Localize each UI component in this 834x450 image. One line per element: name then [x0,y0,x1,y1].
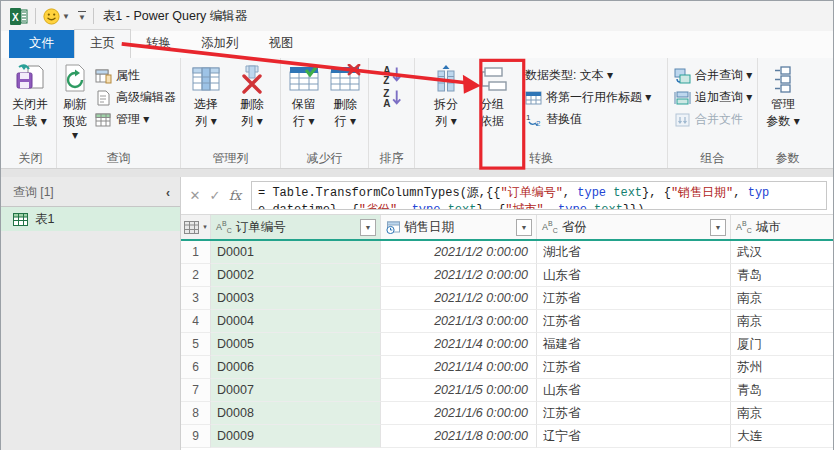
table-cell[interactable]: D0002 [211,264,381,287]
sidebar-item-query[interactable]: 表1 [1,207,180,231]
table-cell[interactable]: D0001 [211,241,381,264]
collapse-pane-chevron[interactable]: ‹ [166,186,170,200]
formula-input[interactable]: = Table.TransformColumnTypes(源,{{"订单编号",… [251,181,827,210]
query-name: 表1 [35,211,54,228]
table-corner-button[interactable]: ▾ [181,215,211,239]
manage-parameters-button[interactable]: 管理 参数 ▾ [760,61,806,128]
table-cell[interactable]: 2021/1/2 0:00:00 [381,264,537,287]
row-number[interactable]: 3 [181,287,211,310]
table-cell[interactable]: 江苏省 [537,310,731,333]
row-number[interactable]: 4 [181,310,211,333]
formula-segment: e datetime}, { [258,203,359,210]
tab-file[interactable]: 文件 [9,30,74,58]
formula-segment: "订单编号" [500,186,562,200]
filter-dropdown-button[interactable]: ▼ [360,219,376,236]
replace-values-button[interactable]: 1 2 替换值 [521,109,655,130]
table-cell[interactable]: 2021/1/6 0:00:00 [381,402,537,425]
table-cell[interactable]: 山东省 [537,379,731,402]
filter-dropdown-button[interactable]: ▼ [516,219,532,236]
row-number[interactable]: 8 [181,402,211,425]
ribbon-group-combine: 合并查询 ▾ 追加查询 ▾ 合并文件 [668,58,758,168]
use-first-row-as-headers-button[interactable]: 将第一行用作标题 ▾ [521,87,655,108]
close-and-load-button[interactable]: 关闭并 上载 ▾ [7,61,53,128]
table-cell[interactable]: 南京 [731,287,833,310]
row-number[interactable]: 9 [181,425,211,448]
tab-view[interactable]: 视图 [254,30,309,58]
sort-ascending-button[interactable]: A Z [382,65,402,84]
table-cell[interactable]: 大连 [731,425,833,448]
table-cell[interactable]: 青岛 [731,379,833,402]
keep-rows-button[interactable]: 保留 行 ▾ [283,61,325,128]
properties-button[interactable]: 属性 [91,65,180,86]
column-header-city[interactable]: ABC 城市 [731,215,833,239]
table-cell[interactable]: 2021/1/8 0:00:00 [381,425,537,448]
filter-dropdown-button[interactable]: ▼ [710,219,726,236]
advanced-editor-button[interactable]: 高级编辑器 [91,87,180,108]
smiley-dropdown-caret[interactable]: ▼ [62,12,70,21]
smiley-feedback-icon[interactable] [43,8,60,25]
table-cell[interactable]: 2021/1/2 0:00:00 [381,241,537,264]
table-cell[interactable]: 2021/1/5 0:00:00 [381,379,537,402]
refresh-preview-button[interactable]: 刷新 预览 ▾ [59,61,91,142]
datetime-type-icon [386,221,400,234]
formula-segment: , [733,186,747,200]
table-cell[interactable]: D0005 [211,333,381,356]
table-cell[interactable]: 湖北省 [537,241,731,264]
column-header-sale-date[interactable]: 销售日期 ▼ [381,215,537,239]
table-cell[interactable]: 厦门 [731,333,833,356]
table-cell[interactable]: 南京 [731,310,833,333]
table-cell[interactable]: D0006 [211,356,381,379]
first-row-header-icon [525,90,542,106]
table-cell[interactable]: 南京 [731,402,833,425]
row-number[interactable]: 5 [181,333,211,356]
table-cell[interactable]: 江苏省 [537,402,731,425]
merge-queries-button[interactable]: 合并查询 ▾ [670,65,756,86]
data-type-button[interactable]: 数据类型: 文本 ▾ [521,65,655,86]
table-cell[interactable]: 武汉 [731,241,833,264]
ribbon: 关闭并 上载 ▾ 关闭 刷新 预览 ▾ [1,58,833,169]
table-cell[interactable]: 青岛 [731,264,833,287]
cancel-formula-button[interactable]: ✕ [185,188,205,203]
group-by-button[interactable]: 分组 依据 [469,61,515,128]
column-header-order-id[interactable]: ABC 订单编号 ▼ [211,215,381,239]
table-cell[interactable]: 江苏省 [537,287,731,310]
table-cell[interactable]: D0009 [211,425,381,448]
formula-segment: text [613,186,642,200]
sort-descending-button[interactable]: Z A [382,88,402,107]
combine-files-icon [674,112,691,128]
table-cell[interactable]: 2021/1/4 0:00:00 [381,356,537,379]
row-number[interactable]: 1 [181,241,211,264]
tab-transform[interactable]: 转换 [131,30,186,58]
table-cell[interactable]: 苏州 [731,356,833,379]
table-cell[interactable]: 2021/1/3 0:00:00 [381,310,537,333]
merge-queries-icon [674,68,691,84]
table-cell[interactable]: 2021/1/2 0:00:00 [381,287,537,310]
table-cell[interactable]: 江苏省 [537,356,731,379]
table-cell[interactable]: D0008 [211,402,381,425]
tab-home[interactable]: 主页 [74,29,131,58]
row-number[interactable]: 6 [181,356,211,379]
choose-columns-button[interactable]: 选择 列 ▾ [183,61,229,128]
keep-rows-icon [288,64,320,94]
ribbon-group-parameters: 管理 参数 ▾ 参数 [758,58,817,168]
table-cell[interactable]: D0007 [211,379,381,402]
table-cell[interactable]: 2021/1/4 0:00:00 [381,333,537,356]
table-cell[interactable]: 福建省 [537,333,731,356]
remove-columns-button[interactable]: 删除 列 ▾ [229,61,275,128]
commit-formula-button[interactable]: ✓ [205,188,225,203]
table-cell[interactable]: 辽宁省 [537,425,731,448]
split-column-button[interactable]: 拆分 列 ▾ [423,61,469,128]
append-queries-button[interactable]: 追加查询 ▾ [670,87,756,108]
column-header-province[interactable]: ABC 省份 ▼ [537,215,731,239]
table-row: 9D00092021/1/8 0:00:00辽宁省大连 [181,425,833,448]
manage-button[interactable]: 管理 ▾ [91,109,180,130]
table-cell[interactable]: 山东省 [537,264,731,287]
table-cell[interactable]: D0003 [211,287,381,310]
remove-rows-button[interactable]: 删除 行 ▾ [325,61,367,128]
quick-access-caret[interactable]: ▼ [78,11,86,22]
tab-add-column[interactable]: 添加列 [186,30,254,58]
row-number[interactable]: 7 [181,379,211,402]
table-cell[interactable]: D0004 [211,310,381,333]
row-number[interactable]: 2 [181,264,211,287]
split-column-icon [430,64,462,94]
